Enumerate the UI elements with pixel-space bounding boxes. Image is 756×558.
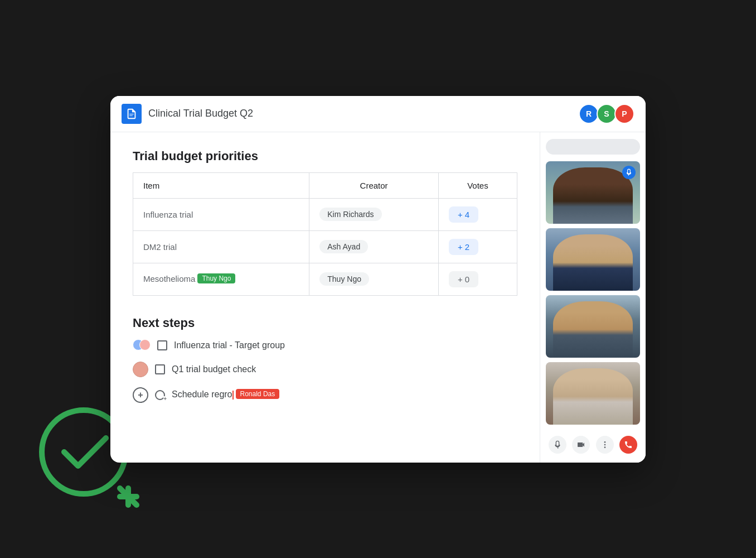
video-panel bbox=[540, 132, 646, 463]
table-row: MesotheliomaThuy Ngo Thuy Ngo + 0 bbox=[133, 263, 517, 295]
priorities-heading: Trial budget priorities bbox=[133, 149, 517, 163]
portrait-4 bbox=[546, 362, 640, 425]
list-item: + + Schedule regroRonald Das bbox=[133, 387, 517, 403]
task-list: Influenza trial - Target group Q1 trial … bbox=[133, 339, 517, 403]
screen-wrapper: Clinical Trial Budget Q2 R S P Trial bud… bbox=[0, 0, 756, 558]
svg-point-6 bbox=[604, 446, 605, 448]
task-assignee-single bbox=[133, 362, 148, 377]
end-call-button[interactable] bbox=[619, 436, 637, 454]
votes-cell-1: + 4 bbox=[438, 198, 517, 230]
creator-cell-3: Thuy Ngo bbox=[309, 263, 439, 295]
table-row: Influenza trial Kim Richards + 4 bbox=[133, 198, 517, 230]
col-creator: Creator bbox=[309, 172, 439, 198]
task-text-2: Q1 trial budget check bbox=[172, 364, 256, 374]
votes-cell-2: + 2 bbox=[438, 230, 517, 263]
doc-area: Trial budget priorities Item Creator Vot… bbox=[110, 132, 540, 463]
video-tile-4 bbox=[546, 362, 640, 425]
next-steps-section: Next steps Influenza trial - Target grou… bbox=[133, 316, 517, 403]
active-speaker-badge bbox=[622, 166, 636, 179]
creator-cell-1: Kim Richards bbox=[309, 198, 439, 230]
video-tile-1 bbox=[546, 161, 640, 224]
text-cursor bbox=[232, 391, 234, 400]
assignee-av2 bbox=[139, 339, 151, 350]
task-assignee-add[interactable]: + bbox=[133, 387, 148, 403]
portrait-2 bbox=[546, 228, 640, 291]
avatar-r[interactable]: R bbox=[579, 104, 599, 124]
video-search-bar bbox=[546, 139, 640, 155]
video-controls bbox=[546, 434, 640, 456]
vote-chip-2[interactable]: + 2 bbox=[449, 239, 478, 255]
person-silhouette-2 bbox=[553, 234, 633, 291]
task-text-3: Schedule regroRonald Das bbox=[172, 389, 279, 400]
portrait-3 bbox=[546, 295, 640, 358]
ronald-das-tooltip: Ronald Das bbox=[236, 389, 280, 399]
video-tile-2 bbox=[546, 228, 640, 291]
mic-button[interactable] bbox=[549, 436, 566, 454]
col-votes: Votes bbox=[438, 172, 517, 198]
creator-cell-2: Ash Ayad bbox=[309, 230, 439, 263]
list-item: Q1 trial budget check bbox=[133, 362, 517, 377]
table-row: DM2 trial Ash Ayad + 2 bbox=[133, 230, 517, 263]
creator-chip-3: Thuy Ngo bbox=[319, 272, 369, 286]
task-checkbox-1[interactable] bbox=[157, 340, 167, 350]
creator-chip-1: Kim Richards bbox=[319, 208, 381, 221]
task-checkbox-3[interactable]: + bbox=[155, 390, 165, 400]
video-tile-3 bbox=[546, 295, 640, 358]
more-options-button[interactable] bbox=[596, 436, 614, 454]
priorities-section: Trial budget priorities Item Creator Vot… bbox=[133, 149, 517, 296]
thuy-ngo-tooltip: Thuy Ngo bbox=[197, 273, 235, 283]
task-assignee-multi bbox=[133, 339, 151, 352]
item-cell-2: DM2 trial bbox=[133, 230, 309, 263]
title-bar: Clinical Trial Budget Q2 R S P bbox=[110, 96, 646, 132]
svg-point-4 bbox=[604, 441, 605, 443]
next-steps-heading: Next steps bbox=[133, 316, 517, 330]
item-cell-3: MesotheliomaThuy Ngo bbox=[133, 263, 309, 295]
main-window: Clinical Trial Budget Q2 R S P Trial bud… bbox=[110, 96, 646, 463]
task-checkbox-2[interactable] bbox=[155, 364, 165, 374]
person-silhouette-3 bbox=[553, 301, 633, 358]
item-cell-1: Influenza trial bbox=[133, 198, 309, 230]
vote-chip-1[interactable]: + 4 bbox=[449, 206, 478, 223]
avatar-s[interactable]: S bbox=[597, 104, 617, 124]
doc-icon bbox=[122, 104, 142, 124]
creator-chip-2: Ash Ayad bbox=[319, 240, 368, 253]
votes-cell-3: + 0 bbox=[438, 263, 517, 295]
main-content: Trial budget priorities Item Creator Vot… bbox=[110, 132, 646, 463]
camera-button[interactable] bbox=[572, 436, 590, 454]
svg-point-5 bbox=[604, 444, 605, 445]
avatar-group: R S P bbox=[581, 104, 634, 124]
window-title: Clinical Trial Budget Q2 bbox=[148, 108, 574, 119]
task-text-1: Influenza trial - Target group bbox=[174, 340, 285, 350]
person-silhouette-1 bbox=[553, 167, 633, 224]
person-silhouette-4 bbox=[553, 368, 633, 425]
list-item: Influenza trial - Target group bbox=[133, 339, 517, 352]
priorities-table: Item Creator Votes Influenza trial Kim R… bbox=[133, 172, 517, 296]
col-item: Item bbox=[133, 172, 309, 198]
vote-chip-3[interactable]: + 0 bbox=[449, 271, 478, 287]
avatar-p[interactable]: P bbox=[614, 104, 634, 124]
